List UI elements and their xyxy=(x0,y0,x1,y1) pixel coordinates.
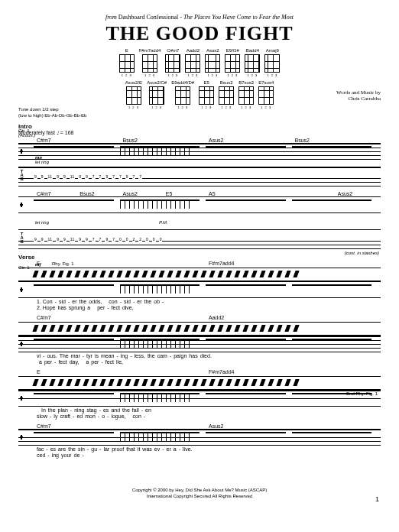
chord-labels-intro-1: C#m7Bsus2Asus2Bsus2 xyxy=(18,138,381,143)
lyric-syllable: er xyxy=(137,299,141,304)
lyric-line: 2. Hopehassprungaper-fectdive, xyxy=(18,305,381,310)
fret-number: 7 xyxy=(118,174,122,179)
rhythm-slash xyxy=(293,271,299,277)
fingering: 1 2 3 xyxy=(221,105,232,109)
chord-diagram: E1 2 3 xyxy=(119,48,135,77)
fretboard-grid xyxy=(245,54,260,73)
tempo-marking: Moderately fast ♩ = 168 xyxy=(18,130,381,136)
chord-name: Bsus2 xyxy=(220,80,233,86)
fretboard-grid xyxy=(175,86,190,105)
lyric-syllable: - xyxy=(98,414,99,419)
lyric-syllable: - xyxy=(70,407,72,413)
lyric-syllable: and xyxy=(111,407,120,413)
chord-symbol: Bsus2 xyxy=(295,138,381,143)
lyric-syllable: fect xyxy=(58,359,66,365)
lyric-syllable: sprung xyxy=(69,305,85,310)
artist-name: Dashboard Confessional xyxy=(118,14,178,21)
lyric-syllable: mar xyxy=(71,353,80,358)
rhythm-slash xyxy=(209,379,215,386)
fret-number: 0 xyxy=(145,237,149,242)
rhythm-slash xyxy=(66,325,72,332)
lyric-syllable: less, xyxy=(135,353,145,358)
lyric-syllable: proof xyxy=(112,446,124,452)
fret-number: 11 xyxy=(47,174,54,179)
lyric-syllable: - xyxy=(162,299,164,304)
rhythm-slash xyxy=(133,271,139,277)
verse-system-3: EF#m7add4 End Rhy. Fig. 1 Intheplan-ning… xyxy=(18,369,381,419)
rhythm-slash xyxy=(158,271,164,277)
rhythm-slash xyxy=(276,379,282,386)
rhythm-slash xyxy=(108,379,114,386)
chord-symbol: C#m7 xyxy=(37,191,79,196)
fret-number: 7 xyxy=(99,174,102,179)
rhythm-slash xyxy=(192,271,198,277)
lyric-syllable: has xyxy=(189,353,197,358)
chord-diagram: B7sus21 2 3 xyxy=(238,80,254,109)
lyric-syllable: - xyxy=(133,299,135,304)
lyric-syllable: - xyxy=(107,414,109,419)
lyric-syllable: cam xyxy=(157,353,167,358)
rhythm-slash xyxy=(150,325,156,332)
rhythm-slash xyxy=(116,271,122,277)
fingering: 1 2 3 xyxy=(261,105,271,109)
chord-symbol xyxy=(123,423,209,429)
fret-number: 9 xyxy=(105,237,109,242)
lyric-syllable: - xyxy=(99,407,101,413)
chord-labels-intro-2: C#m7Bsus2Asus2E5A5Asus2 xyxy=(18,191,381,196)
lyric-syllable: lar xyxy=(103,446,109,452)
fret-number: 0 xyxy=(159,237,163,242)
rhythm-slash xyxy=(41,325,47,332)
chord-diagram: Asus21 2 3 xyxy=(205,48,220,77)
chord-name: Badd4 xyxy=(246,48,259,54)
lyric-line: ced-ingyourde- xyxy=(18,453,381,458)
lyric-syllable: dive, xyxy=(122,305,134,310)
lyric-syllable: en xyxy=(145,407,151,413)
lyric-syllable: - xyxy=(101,359,102,365)
rhythm-slash xyxy=(99,271,105,277)
chord-symbol: Bsus2 xyxy=(123,138,209,143)
fret-number: 9 xyxy=(56,174,60,179)
lyric-syllable: con xyxy=(109,299,117,304)
fretboard-grid xyxy=(225,54,240,73)
verse-system-1: EF#m7add4 Gtr. 1 mf Rhy. Fig. 1 1. Con-s… xyxy=(18,261,381,310)
rhythm-slash xyxy=(66,379,72,386)
fret-number: 9 xyxy=(34,237,37,242)
chord-symbol: E xyxy=(37,369,123,375)
rhythm-slash xyxy=(91,271,97,277)
lyric-syllable: - xyxy=(73,414,74,419)
rhythm-slash xyxy=(133,325,139,332)
chord-symbol xyxy=(295,315,381,320)
lyric-syllable: a xyxy=(87,305,90,310)
fret-number: 9 xyxy=(78,174,82,179)
rhythm-slash xyxy=(251,379,257,386)
rhythm-slash xyxy=(242,379,248,386)
lyric-syllable: - xyxy=(82,453,83,458)
intro-system-2: C#m7Bsus2Asus2E5A5Asus2 let ring P.M. 99… xyxy=(18,191,381,249)
chord-symbol xyxy=(123,369,209,375)
album-name: The Places You Have Come to Fear the Mos… xyxy=(183,14,294,21)
fretboard-grid xyxy=(142,54,157,73)
fret-number: 7 xyxy=(112,237,115,242)
fret-number: 0 xyxy=(125,237,129,242)
rhythm-slash xyxy=(242,325,248,332)
fret-number: 11 xyxy=(70,174,76,179)
fret-number: 9 xyxy=(63,174,66,179)
rhythm-slashes xyxy=(18,322,381,336)
tab-numbers: 991199119977977977 xyxy=(34,167,378,186)
rhythm-slash xyxy=(259,379,265,386)
source-line: from Dashboard Confessional - The Places… xyxy=(18,14,381,21)
chord-diagram: Aadd21 2 3 xyxy=(185,48,200,77)
lyric-syllable: fall xyxy=(132,407,139,413)
rhythm-slash xyxy=(158,379,164,386)
song-title: THE GOOD FIGHT xyxy=(18,22,381,45)
chord-symbol: Asus2 xyxy=(209,423,295,429)
lyric-syllable: the xyxy=(148,353,155,358)
rhythm-slash xyxy=(217,325,223,332)
chord-name: C#m7 xyxy=(167,48,179,54)
rhythm-slash xyxy=(116,325,122,332)
rhythm-slash xyxy=(259,325,265,332)
let-ring: let ring xyxy=(35,160,381,164)
fret-number: 7 xyxy=(132,174,136,179)
lyric-syllable: are xyxy=(58,446,66,452)
fret-number: 2 xyxy=(138,237,142,242)
